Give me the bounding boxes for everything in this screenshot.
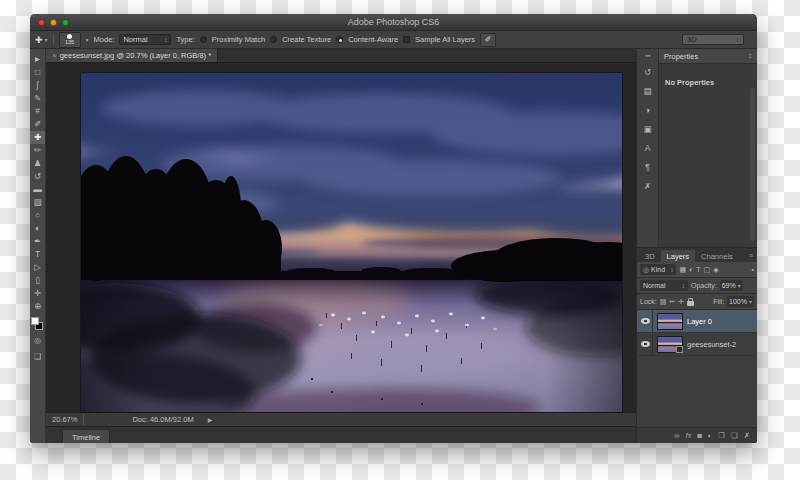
character-panel-icon[interactable]: A [645, 143, 651, 153]
layer-badge-icon [676, 346, 683, 353]
mode-value: Normal [123, 35, 147, 44]
history-panel-icon[interactable]: ↺ [644, 67, 651, 77]
chevron-down-icon: ▾ [45, 36, 48, 43]
layers-panel-footer: ∞ fx ◙ ◐ ❒ ❏ ✗ [637, 427, 757, 443]
visibility-cell[interactable] [639, 333, 653, 355]
delete-layer-icon[interactable]: ✗ [744, 431, 750, 441]
paragraph-panel-icon[interactable]: ¶ [645, 162, 650, 172]
mode-select[interactable]: Normal ↕ [119, 34, 171, 45]
clone-stamp-tool[interactable]: ♟ [30, 157, 45, 170]
tab-channels[interactable]: Channels [695, 250, 739, 262]
layer-comps-panel-icon[interactable]: ▣ [643, 124, 651, 134]
path-selection-tool[interactable]: ▷ [30, 261, 45, 274]
layer-styles-icon[interactable]: fx [686, 431, 691, 441]
link-layers-icon[interactable]: ∞ [674, 431, 679, 441]
brush-size-picker[interactable]: 135 [59, 32, 81, 48]
new-group-icon[interactable]: ❒ [718, 431, 725, 441]
document-tab-title: geesesunset.jpg @ 20.7% (Layer 0, RGB/8)… [60, 51, 211, 60]
collapse-panels-icon[interactable]: ◂◂ [645, 52, 650, 58]
new-layer-icon[interactable]: ❏ [731, 431, 738, 441]
updown-arrows-icon: ↕ [670, 266, 673, 273]
pixel-filter-icon[interactable]: ▦ [679, 266, 686, 274]
tablet-pressure-icon[interactable]: ✐ [480, 33, 496, 47]
eye-icon[interactable] [641, 341, 650, 347]
color-swatches[interactable] [31, 317, 44, 331]
panel-menu-icon[interactable]: ≡ [749, 252, 753, 259]
layer-name: Layer 0 [687, 317, 712, 326]
measurement-panel-icon[interactable]: ✗ [644, 181, 651, 191]
status-menu-arrow-icon[interactable]: ▶ [208, 416, 213, 423]
lock-all-icon[interactable] [687, 301, 694, 306]
tab-timeline[interactable]: Timeline [62, 429, 110, 443]
brush-tool[interactable]: ✏ [30, 144, 45, 157]
document-tab[interactable]: × geesesunset.jpg @ 20.7% (Layer 0, RGB/… [46, 49, 218, 62]
layer-thumbnail[interactable] [657, 313, 683, 330]
scrollbar[interactable] [750, 88, 755, 241]
minimize-window-icon[interactable] [50, 19, 57, 26]
quick-mask-icon[interactable]: ◎ [34, 335, 41, 347]
rectangle-tool[interactable]: ▯ [30, 274, 45, 287]
sample-all-layers-checkbox[interactable] [403, 36, 410, 43]
add-mask-icon[interactable]: ◙ [697, 431, 702, 441]
blend-mode-select[interactable]: Normal ↕ [640, 280, 688, 291]
marquee-tool[interactable]: □ [30, 66, 45, 79]
radio-content-aware[interactable] [336, 36, 343, 43]
move-tool[interactable]: ► [30, 53, 45, 66]
properties-panel-header[interactable]: Properties ≡ [659, 49, 757, 64]
swatches-panel-icon[interactable]: ▤ [643, 86, 651, 96]
lock-position-icon[interactable]: ✛ [678, 298, 684, 306]
layer-row-geesesunset-2[interactable]: geesesunset-2 [637, 333, 757, 356]
dodge-tool[interactable]: ◐ [30, 222, 45, 235]
close-window-icon[interactable] [38, 19, 45, 26]
foreground-color-swatch[interactable] [31, 317, 39, 325]
eraser-tool[interactable]: ▬ [30, 183, 45, 196]
pen-tool[interactable]: ✒ [30, 235, 45, 248]
opacity-field[interactable]: 69% ▾ [720, 280, 743, 291]
zoom-window-icon[interactable] [62, 19, 69, 26]
history-brush-tool[interactable]: ↺ [30, 170, 45, 183]
photoshop-window: Adobe Photoshop CS6 ✚ ▾ 135 ▾ Mode: Norm… [30, 14, 757, 443]
close-tab-icon[interactable]: × [52, 51, 57, 60]
quick-selection-tool[interactable]: ✎ [30, 92, 45, 105]
blend-mode-row: Normal ↕ Opacity: 69% ▾ [637, 278, 757, 294]
radio-proximity-match[interactable] [200, 36, 207, 43]
eye-icon[interactable] [641, 318, 650, 324]
tab-layers[interactable]: Layers [661, 250, 696, 262]
zoom-tool[interactable]: ⊕ [30, 300, 45, 313]
lock-transparency-icon[interactable]: ▨ [660, 298, 667, 306]
smart-object-filter-icon[interactable]: ◈ [713, 266, 718, 274]
tab-3d[interactable]: 3D [639, 250, 661, 262]
adjustment-layer-icon[interactable]: ◐ [708, 431, 713, 441]
tool-preset-picker[interactable]: ✚ ▾ [35, 35, 48, 45]
layer-row-layer-0[interactable]: Layer 0 [637, 310, 757, 333]
filter-kind-select[interactable]: ◎ Kind ↕ [640, 264, 676, 275]
type-tool[interactable]: T [30, 248, 45, 261]
screen-mode-icon[interactable]: ❏ [34, 351, 41, 363]
lock-pixels-icon[interactable]: ✏ [669, 298, 675, 306]
gradient-tool[interactable]: ▨ [30, 196, 45, 209]
type-filter-icon[interactable]: T [696, 266, 700, 273]
radio-create-texture[interactable] [270, 36, 277, 43]
workspace-select[interactable]: 3D ↕ [682, 34, 744, 45]
document-area: × geesesunset.jpg @ 20.7% (Layer 0, RGB/… [46, 49, 636, 443]
fill-field[interactable]: 100% ▾ [727, 296, 754, 307]
adjustments-panel-icon[interactable]: ◑ [645, 105, 650, 115]
adjustment-filter-icon[interactable]: ◐ [689, 266, 693, 273]
zoom-level-field[interactable]: 20.67% [52, 415, 77, 424]
eyedropper-tool[interactable]: ✐ [30, 118, 45, 131]
blur-tool[interactable]: ○ [30, 209, 45, 222]
shape-filter-icon[interactable]: ▢ [704, 266, 711, 274]
status-bar: 20.67% Doc: 46.0M/92.0M ▶ [46, 412, 636, 426]
title-bar: Adobe Photoshop CS6 [30, 14, 757, 31]
brush-size-value: 135 [65, 40, 74, 46]
crop-tool[interactable]: # [30, 105, 45, 118]
photo-geesesunset[interactable] [81, 73, 622, 412]
properties-panel: Properties ≡ No Properties [659, 49, 757, 247]
spot-healing-brush-tool[interactable]: ✚ [30, 131, 45, 144]
panel-menu-icon[interactable]: ≡ [748, 53, 752, 59]
layer-thumbnail[interactable] [657, 336, 683, 353]
lasso-tool[interactable]: ʃ [30, 79, 45, 92]
visibility-cell[interactable] [639, 310, 653, 332]
hand-tool[interactable]: ✛ [30, 287, 45, 300]
filter-toggle-icon[interactable]: ▪ [752, 266, 754, 273]
